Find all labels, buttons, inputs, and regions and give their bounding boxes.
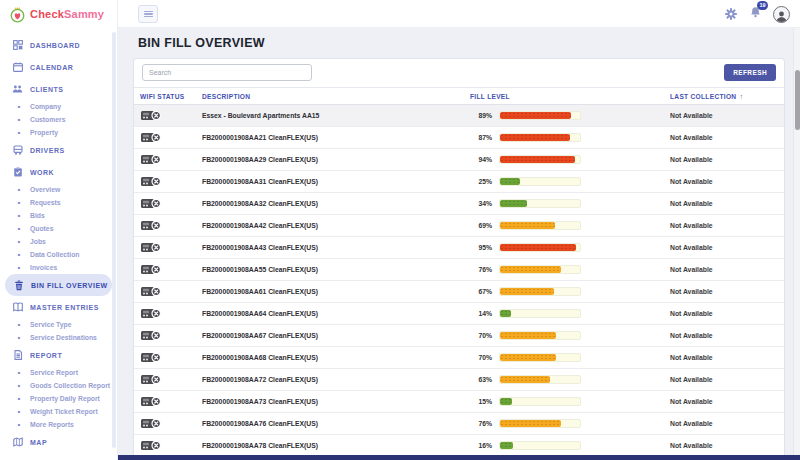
page-scrollbar[interactable] bbox=[793, 28, 800, 460]
fill-level-bar bbox=[499, 309, 581, 318]
table-row[interactable]: Essex - Boulevard Apartments AA1589%Not … bbox=[134, 105, 784, 127]
fill-level-cell: 70% bbox=[470, 331, 670, 340]
sidebar-item-map[interactable]: MAP bbox=[0, 431, 117, 453]
sidebar-item-property[interactable]: •Property bbox=[0, 126, 117, 139]
last-collection-value: Not Available bbox=[670, 288, 784, 295]
sidebar-item-company[interactable]: •Company bbox=[0, 100, 117, 113]
clients-icon bbox=[12, 84, 23, 94]
wifi-offline-icon bbox=[140, 241, 202, 255]
table-row[interactable]: FB2000001908AA67 CleanFLEX(US)70%Not Ava… bbox=[134, 325, 784, 347]
table-row[interactable]: FB2000001908AA72 CleanFLEX(US)63%Not Ava… bbox=[134, 369, 784, 391]
fill-level-bar bbox=[499, 331, 581, 340]
fill-level-bar bbox=[499, 353, 581, 362]
map-icon bbox=[12, 437, 23, 447]
sidebar-item-service-destinations[interactable]: •Service Destinations bbox=[0, 331, 117, 344]
table-row[interactable]: FB2000001908AA73 CleanFLEX(US)15%Not Ava… bbox=[134, 391, 784, 413]
drivers-icon bbox=[12, 145, 23, 155]
notifications-bell-icon[interactable]: 19 bbox=[749, 5, 762, 23]
sidebar-item-weight-ticket-report[interactable]: •Weight Ticket Report bbox=[0, 405, 117, 418]
sidebar-item-bin-fill-overview[interactable]: BIN FILL OVERVIEW bbox=[5, 274, 112, 296]
sidebar-item-clients[interactable]: CLIENTS bbox=[0, 78, 117, 100]
sidebar-item-overview[interactable]: •Overview bbox=[0, 183, 117, 196]
search-input[interactable] bbox=[142, 64, 312, 81]
sidebar-item-property-daily-report[interactable]: •Property Daily Report bbox=[0, 392, 117, 405]
table-row[interactable]: FB2000001908AA64 CleanFLEX(US)14%Not Ava… bbox=[134, 303, 784, 325]
sidebar-item-more-reports[interactable]: •More Reports bbox=[0, 418, 117, 431]
fill-level-bar bbox=[499, 375, 581, 384]
sidebar-item-goods-collection-report[interactable]: •Goods Collection Report bbox=[0, 379, 117, 392]
scrollbar-thumb[interactable] bbox=[795, 70, 800, 130]
brand-logo[interactable]: CheckSammy bbox=[0, 0, 117, 28]
horizontal-scrollbar[interactable] bbox=[118, 455, 800, 460]
user-avatar[interactable] bbox=[773, 6, 790, 23]
bullet-icon: • bbox=[15, 238, 23, 246]
column-header-description[interactable]: DESCRIPTION bbox=[202, 93, 470, 100]
table-row[interactable]: FB2000001908AA76 CleanFLEX(US)76%Not Ava… bbox=[134, 413, 784, 435]
sidebar-scrollbar[interactable] bbox=[112, 32, 116, 448]
table-row[interactable]: FB2000001908AA78 CleanFLEX(US)16%Not Ava… bbox=[134, 435, 784, 457]
sidebar-item-label: Weight Ticket Report bbox=[30, 408, 98, 415]
table-row[interactable]: FB2000001908AA21 CleanFLEX(US)87%Not Ava… bbox=[134, 127, 784, 149]
fill-level-cell: 76% bbox=[470, 419, 670, 428]
sidebar-item-label: Company bbox=[30, 103, 61, 110]
bullet-icon: • bbox=[15, 199, 23, 207]
sidebar-item-bids[interactable]: •Bids bbox=[0, 209, 117, 222]
notification-count-badge: 19 bbox=[757, 1, 768, 10]
bullet-icon: • bbox=[15, 369, 23, 377]
sidebar-item-service-report[interactable]: •Service Report bbox=[0, 366, 117, 379]
bullet-icon: • bbox=[15, 408, 23, 416]
bin-description: FB2000001908AA42 CleanFLEX(US) bbox=[202, 222, 470, 229]
column-header-wifi-status[interactable]: WIFI STATUS bbox=[140, 93, 202, 100]
bin-description: FB2000001908AA29 CleanFLEX(US) bbox=[202, 156, 470, 163]
fill-level-cell: 89% bbox=[470, 111, 670, 120]
table-row[interactable]: FB2000001908AA32 CleanFLEX(US)34%Not Ava… bbox=[134, 193, 784, 215]
sidebar-item-data-collection[interactable]: •Data Collection bbox=[0, 248, 117, 261]
sidebar-item-label: Jobs bbox=[30, 238, 46, 245]
fill-percent-label: 76% bbox=[470, 420, 492, 427]
page-title: BIN FILL OVERVIEW bbox=[138, 36, 265, 50]
sidebar-toggle-button[interactable] bbox=[138, 5, 158, 23]
sidebar-item-invoices[interactable]: •Invoices bbox=[0, 261, 117, 274]
dashboard-icon bbox=[12, 40, 23, 50]
sidebar-item-requests[interactable]: •Requests bbox=[0, 196, 117, 209]
table-row[interactable]: FB2000001908AA43 CleanFLEX(US)95%Not Ava… bbox=[134, 237, 784, 259]
fill-level-bar bbox=[499, 133, 581, 142]
sidebar-item-dashboard[interactable]: DASHBOARD bbox=[0, 34, 117, 56]
last-collection-value: Not Available bbox=[670, 266, 784, 273]
sidebar-item-quotes[interactable]: •Quotes bbox=[0, 222, 117, 235]
sidebar-item-drivers[interactable]: DRIVERS bbox=[0, 139, 117, 161]
table-row[interactable]: FB2000001908AA31 CleanFLEX(US)25%Not Ava… bbox=[134, 171, 784, 193]
refresh-button[interactable]: REFRESH bbox=[724, 64, 776, 81]
bin-description: FB2000001908AA64 CleanFLEX(US) bbox=[202, 310, 470, 317]
sidebar-item-calendar[interactable]: CALENDAR bbox=[0, 56, 117, 78]
checksammy-heart-logo-icon bbox=[9, 6, 26, 23]
bin-description: FB2000001908AA21 CleanFLEX(US) bbox=[202, 134, 470, 141]
sidebar-item-work[interactable]: WORK bbox=[0, 161, 117, 183]
brand-name: CheckSammy bbox=[30, 8, 104, 20]
sidebar-item-service-type[interactable]: •Service Type bbox=[0, 318, 117, 331]
fill-percent-label: 95% bbox=[470, 244, 492, 251]
sidebar-item-jobs[interactable]: •Jobs bbox=[0, 235, 117, 248]
bin-description: FB2000001908AA32 CleanFLEX(US) bbox=[202, 200, 470, 207]
table-row[interactable]: FB2000001908AA55 CleanFLEX(US)76%Not Ava… bbox=[134, 259, 784, 281]
fill-level-bar bbox=[499, 265, 581, 274]
work-icon bbox=[12, 167, 23, 177]
sidebar-item-customers[interactable]: •Customers bbox=[0, 113, 117, 126]
sidebar-item-label: CLIENTS bbox=[30, 86, 63, 93]
wifi-offline-icon bbox=[140, 263, 202, 277]
table-row[interactable]: FB2000001908AA68 CleanFLEX(US)70%Not Ava… bbox=[134, 347, 784, 369]
sidebar-item-label: Quotes bbox=[30, 225, 53, 232]
sidebar-item-report[interactable]: REPORT bbox=[0, 344, 117, 366]
table-row[interactable]: FB2000001908AA42 CleanFLEX(US)69%Not Ava… bbox=[134, 215, 784, 237]
table-row[interactable]: FB2000001908AA29 CleanFLEX(US)94%Not Ava… bbox=[134, 149, 784, 171]
column-header-fill-level[interactable]: FILL LEVEL bbox=[470, 93, 670, 100]
sidebar-item-label: DRIVERS bbox=[30, 147, 65, 154]
fill-percent-label: 89% bbox=[470, 112, 492, 119]
settings-gear-icon[interactable] bbox=[724, 7, 738, 21]
sidebar-item-label: Bids bbox=[30, 212, 45, 219]
column-header-last-collection[interactable]: LAST COLLECTION↑ bbox=[670, 93, 784, 100]
fill-percent-label: 69% bbox=[470, 222, 492, 229]
table-row[interactable]: FB2000001908AA61 CleanFLEX(US)67%Not Ava… bbox=[134, 281, 784, 303]
sidebar-item-master-entries[interactable]: MASTER ENTRIES bbox=[0, 296, 117, 318]
sidebar-item-label: Requests bbox=[30, 199, 61, 206]
